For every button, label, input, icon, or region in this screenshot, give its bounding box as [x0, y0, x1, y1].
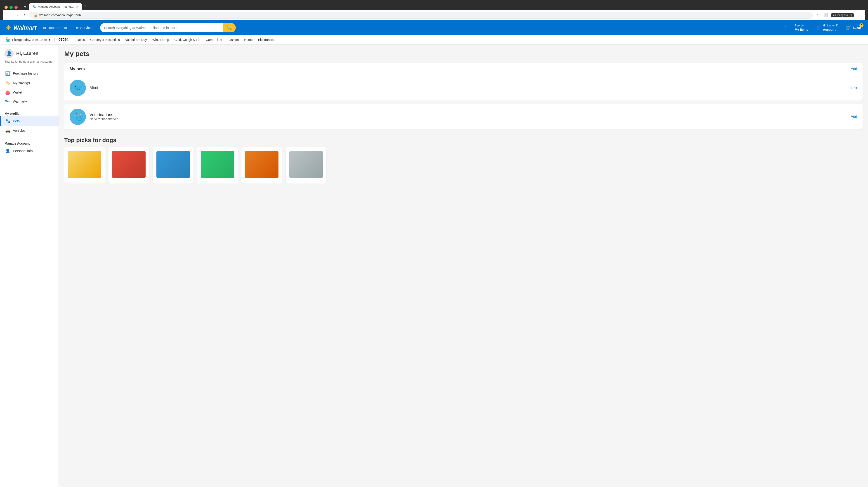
- url-text: walmart.com/account/pet-hub: [39, 13, 809, 17]
- vet-avatar: 🩺: [70, 109, 86, 125]
- sidebar-item-purchase-history[interactable]: 🔄 Purchase history: [0, 69, 59, 78]
- account-button[interactable]: 👤 Hi, Lauren D Account: [814, 23, 840, 33]
- nav-grocery[interactable]: Grocery & Essentials: [90, 37, 120, 42]
- nav-game-time[interactable]: Game Time: [206, 37, 222, 42]
- user-avatar: 👤: [4, 49, 13, 58]
- new-tab-button[interactable]: +: [82, 2, 88, 10]
- savings-icon: 🏷️: [5, 80, 10, 86]
- tab-manager-button[interactable]: ⬜: [823, 12, 829, 18]
- departments-grid-icon: ⊞: [43, 26, 46, 30]
- sidebar: 👤 Hi, Lauren Thanks for being a Walmart …: [0, 44, 59, 487]
- list-item[interactable]: [153, 147, 193, 184]
- nav-home[interactable]: Home: [244, 37, 252, 42]
- window-close[interactable]: [14, 6, 18, 9]
- nav-cold-flu[interactable]: Cold, Cough & Flu: [175, 37, 200, 42]
- sidebar-item-personal-info-label: Personal info: [13, 149, 33, 153]
- product-image-2: [112, 151, 146, 178]
- browser-chrome: ▼ 🐾 Manage Account - Pet hub - W... ✕ + …: [0, 0, 868, 20]
- sidebar-item-vehicles[interactable]: 🚗 Vehicles: [0, 126, 59, 135]
- account-icon: 👤: [815, 25, 821, 31]
- product-image-5: [245, 151, 278, 178]
- list-item[interactable]: [286, 147, 327, 184]
- tab-title: Manage Account - Pet hub - W...: [38, 5, 74, 8]
- my-pets-card: My pets Add 🐦 Mimi Edit: [64, 63, 863, 101]
- pet-avatar-mimi: 🐦: [70, 80, 86, 96]
- purchase-history-icon: 🔄: [5, 71, 10, 76]
- back-button[interactable]: ←: [5, 12, 12, 18]
- sidebar-manage-section: Manage Account 👤 Personal info: [0, 137, 59, 158]
- product-image-3: [156, 151, 190, 178]
- nav-deals[interactable]: Deals: [76, 37, 85, 42]
- pets-icon: 🐾: [5, 119, 10, 124]
- nav-electronics[interactable]: Electronics: [258, 37, 274, 42]
- sidebar-profile-section: My profile 🐾 Pets 🚗 Vehicles: [0, 107, 59, 137]
- vets-title: Veterinarians: [90, 112, 847, 117]
- add-vet-button[interactable]: Add: [851, 115, 857, 119]
- incognito-badge: 🕶 Incognito (3): [831, 13, 854, 18]
- search-icon: 🔍: [227, 25, 232, 30]
- greeting-name: Hi, Lauren: [16, 51, 38, 56]
- reorder-button[interactable]: Reorder My Items: [793, 23, 810, 33]
- wallet-icon: 👛: [5, 90, 10, 95]
- product-grid: [64, 147, 863, 184]
- browser-menu-button[interactable]: ⋮: [856, 11, 863, 19]
- forward-button[interactable]: →: [13, 12, 20, 18]
- walmart-plus-icon: W+: [5, 99, 10, 103]
- edit-pet-mimi-button[interactable]: Edit: [851, 86, 857, 90]
- walmart-header: ✳ Walmart ⊞ Departments ⊕ Services 🔍 ♡ R…: [0, 20, 868, 35]
- address-bar[interactable]: 🔒 walmart.com/account/pet-hub: [30, 12, 813, 19]
- reload-button[interactable]: ↻: [22, 12, 28, 18]
- list-item[interactable]: [241, 147, 282, 184]
- page-layout: 👤 Hi, Lauren Thanks for being a Walmart …: [0, 44, 868, 487]
- list-item[interactable]: [197, 147, 238, 184]
- tab-list-toggle[interactable]: ▼: [22, 4, 29, 10]
- top-picks-heading: Top picks for dogs: [64, 137, 863, 144]
- tab-close-button[interactable]: ✕: [76, 5, 78, 8]
- sidebar-item-wallet[interactable]: 👛 Wallet: [0, 88, 59, 97]
- account-sub: Account: [823, 28, 838, 32]
- cart-badge: 0: [860, 23, 864, 27]
- vets-sub: No veterinarians yet: [90, 117, 847, 121]
- sidebar-item-walmart-plus[interactable]: W+ Walmart+: [0, 97, 59, 105]
- services-icon: ⊕: [76, 26, 79, 30]
- nav-links: Deals Grocery & Essentials Valentine's D…: [76, 37, 863, 42]
- sidebar-item-pets[interactable]: 🐾 Pets: [0, 116, 59, 126]
- active-tab[interactable]: 🐾 Manage Account - Pet hub - W... ✕: [29, 3, 82, 10]
- sidebar-item-purchase-history-label: Purchase history: [13, 71, 38, 75]
- list-item[interactable]: [64, 147, 105, 184]
- nav-fashion[interactable]: Fashion: [228, 37, 239, 42]
- walmart-logo[interactable]: ✳ Walmart: [5, 24, 36, 32]
- pet-name-mimi: Mimi: [90, 86, 848, 90]
- reorder-sub: My Items: [795, 28, 808, 32]
- account-greeting: Hi, Lauren D: [823, 24, 838, 28]
- location-bar: 🏪 Pickup today, 9pm-10pm ▾ | 07094 Deals…: [0, 35, 868, 44]
- sidebar-item-wallet-label: Wallet: [13, 90, 22, 94]
- bookmark-button[interactable]: ☆: [814, 12, 821, 18]
- sidebar-item-personal-info[interactable]: 👤 Personal info: [0, 146, 59, 156]
- sidebar-greeting: 👤 Hi, Lauren Thanks for being a Walmart …: [0, 49, 59, 67]
- greeting-sub: Thanks for being a Walmart customer: [4, 60, 54, 63]
- wishlist-button[interactable]: ♡: [782, 24, 789, 31]
- window-minimize[interactable]: [4, 6, 8, 9]
- location-selector[interactable]: 🏪 Pickup today, 9pm-10pm ▾: [5, 37, 51, 42]
- sidebar-item-my-savings[interactable]: 🏷️ My savings: [0, 78, 59, 88]
- nav-valentines[interactable]: Valentine's Day: [125, 37, 147, 42]
- pet-icon-mimi: 🐦: [73, 83, 83, 93]
- add-pet-button[interactable]: Add: [851, 67, 857, 71]
- window-maximize[interactable]: [9, 6, 13, 9]
- store-icon: 🏪: [5, 37, 10, 42]
- cart-button[interactable]: 🛒 0 $0.00: [844, 24, 863, 31]
- chevron-down-icon: ▾: [49, 38, 51, 41]
- list-item[interactable]: [108, 147, 149, 184]
- services-button[interactable]: ⊕ Services: [74, 24, 96, 31]
- search-button[interactable]: 🔍: [223, 23, 236, 32]
- search-input[interactable]: [100, 23, 223, 32]
- cart-icon: 🛒: [845, 25, 851, 31]
- pickup-label: Pickup today, 9pm-10pm: [12, 38, 47, 41]
- stethoscope-icon: 🩺: [73, 112, 82, 121]
- nav-winter-prep[interactable]: Winter Prep: [152, 37, 169, 42]
- sidebar-item-pets-label: Pets: [13, 119, 20, 123]
- departments-button[interactable]: ⊞ Departments: [41, 24, 69, 31]
- pet-row-mimi: 🐦 Mimi Edit: [64, 75, 863, 101]
- sidebar-item-my-savings-label: My savings: [13, 81, 30, 85]
